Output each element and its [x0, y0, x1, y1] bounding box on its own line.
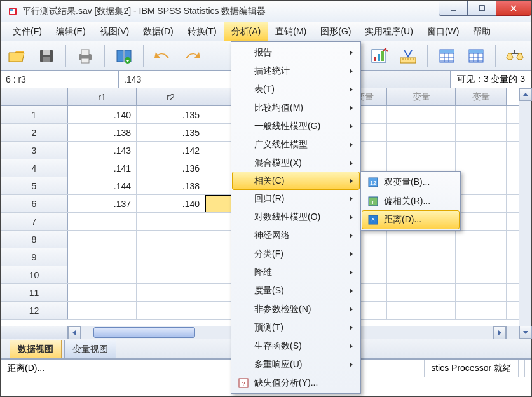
- row-number[interactable]: 5: [1, 177, 68, 194]
- cell[interactable]: .138: [68, 124, 137, 141]
- menu-direct-marketing[interactable]: 直销(M): [268, 22, 313, 41]
- menu-edit[interactable]: 编辑(E): [49, 22, 93, 41]
- menu-item[interactable]: 描述统计: [233, 62, 359, 80]
- print-button[interactable]: [74, 44, 97, 67]
- cell[interactable]: [387, 266, 456, 283]
- cell[interactable]: [456, 195, 507, 212]
- menu-file[interactable]: 文件(F): [6, 22, 49, 41]
- cell[interactable]: [137, 231, 205, 248]
- menu-item[interactable]: 神经网络: [233, 226, 359, 245]
- row-number[interactable]: 12: [1, 302, 68, 319]
- menu-item[interactable]: 相关(C): [232, 172, 360, 190]
- scroll-thumb[interactable]: [93, 327, 195, 338]
- cell[interactable]: [137, 248, 205, 266]
- redo-button[interactable]: [181, 44, 203, 67]
- cell[interactable]: [137, 302, 205, 319]
- cell[interactable]: .144: [68, 177, 137, 194]
- cell[interactable]: [387, 231, 456, 248]
- row-number[interactable]: 1: [1, 106, 68, 123]
- row-number[interactable]: 9: [1, 248, 68, 266]
- menu-item[interactable]: 对数线性模型(O): [233, 208, 359, 226]
- minimize-button[interactable]: [439, 1, 468, 16]
- cell[interactable]: [68, 302, 137, 319]
- chart-button[interactable]: [367, 44, 390, 67]
- menu-item[interactable]: 降维: [233, 263, 359, 281]
- cell[interactable]: .142: [137, 142, 205, 159]
- menu-view[interactable]: 视图(V): [93, 22, 137, 41]
- menu-item[interactable]: 广义线性模型: [233, 135, 359, 154]
- cell[interactable]: [456, 266, 507, 283]
- column-header-var[interactable]: 变量: [387, 88, 456, 105]
- cell[interactable]: .136: [137, 159, 205, 177]
- maximize-button[interactable]: [467, 1, 496, 16]
- cell[interactable]: .135: [137, 106, 205, 123]
- menu-help[interactable]: 帮助: [466, 22, 498, 41]
- cell[interactable]: [68, 284, 137, 301]
- menu-transform[interactable]: 转换(T): [181, 22, 224, 41]
- menu-item[interactable]: 预测(T): [233, 318, 359, 337]
- cell[interactable]: [387, 106, 456, 123]
- cell[interactable]: [387, 142, 456, 159]
- cell[interactable]: .135: [137, 124, 205, 141]
- cell[interactable]: [137, 266, 205, 283]
- menu-item[interactable]: 混合模型(X): [233, 154, 359, 172]
- cell-reference[interactable]: 6 : r3: [1, 71, 119, 88]
- menu-item[interactable]: 一般线性模型(G): [233, 117, 359, 135]
- cell[interactable]: .140: [137, 195, 205, 212]
- menu-analyze[interactable]: 分析(A): [224, 22, 269, 41]
- row-number[interactable]: 10: [1, 266, 68, 283]
- column-header-var[interactable]: 变量: [456, 88, 507, 105]
- cell[interactable]: [456, 177, 507, 194]
- row-number[interactable]: 11: [1, 284, 68, 301]
- tab-data-view[interactable]: 数据视图: [10, 340, 62, 358]
- ruler-button[interactable]: [397, 44, 419, 67]
- cell[interactable]: [456, 142, 507, 159]
- column-header-r1[interactable]: r1: [68, 88, 137, 105]
- save-button[interactable]: [35, 44, 58, 67]
- row-number[interactable]: 3: [1, 142, 68, 159]
- scroll-up-icon[interactable]: [519, 88, 532, 101]
- menu-item[interactable]: 比较均值(M): [233, 98, 359, 117]
- cell[interactable]: [68, 231, 137, 248]
- cell[interactable]: [387, 124, 456, 141]
- submenu-item[interactable]: δ距离(D)...: [362, 210, 460, 229]
- recall-dialog-button[interactable]: [113, 44, 135, 67]
- vertical-scrollbar[interactable]: [519, 88, 531, 339]
- row-number[interactable]: 7: [1, 213, 68, 230]
- cell[interactable]: [68, 266, 137, 283]
- menu-data[interactable]: 数据(D): [136, 22, 180, 41]
- cell[interactable]: [387, 248, 456, 266]
- cell[interactable]: [456, 106, 507, 123]
- cell[interactable]: .143: [68, 142, 137, 159]
- scroll-down-icon[interactable]: [519, 326, 532, 339]
- cell[interactable]: [456, 213, 507, 230]
- menu-item[interactable]: ?缺失值分析(Y)...: [233, 373, 359, 392]
- cell[interactable]: .138: [137, 177, 205, 194]
- row-number[interactable]: 6: [1, 195, 68, 212]
- menu-graphs[interactable]: 图形(G): [313, 22, 358, 41]
- cell[interactable]: [387, 302, 456, 319]
- menu-window[interactable]: 窗口(W): [420, 22, 467, 41]
- tab-variable-view[interactable]: 变量视图: [64, 340, 116, 358]
- menu-item[interactable]: 生存函数(S): [233, 337, 359, 355]
- column-header-r2[interactable]: r2: [137, 88, 205, 105]
- menu-item[interactable]: 度量(S): [233, 281, 359, 300]
- menu-utilities[interactable]: 实用程序(U): [358, 22, 419, 41]
- grid-button-2[interactable]: [465, 44, 488, 67]
- cell[interactable]: [456, 231, 507, 248]
- close-button[interactable]: [496, 1, 531, 16]
- menu-item[interactable]: 多重响应(U): [233, 355, 359, 373]
- row-number[interactable]: 4: [1, 159, 68, 177]
- cell[interactable]: [137, 284, 205, 301]
- cell[interactable]: [68, 213, 137, 230]
- weight-button[interactable]: [503, 44, 526, 67]
- cell[interactable]: [456, 302, 507, 319]
- row-number[interactable]: 2: [1, 124, 68, 141]
- cell[interactable]: .141: [68, 159, 137, 177]
- cell[interactable]: [137, 213, 205, 230]
- submenu-item[interactable]: r偏相关(R)...: [362, 192, 459, 211]
- submenu-item[interactable]: 12双变量(B)...: [362, 173, 459, 192]
- grid-button-1[interactable]: [435, 44, 458, 67]
- scroll-left-icon[interactable]: [68, 326, 81, 339]
- cell[interactable]: [387, 284, 456, 301]
